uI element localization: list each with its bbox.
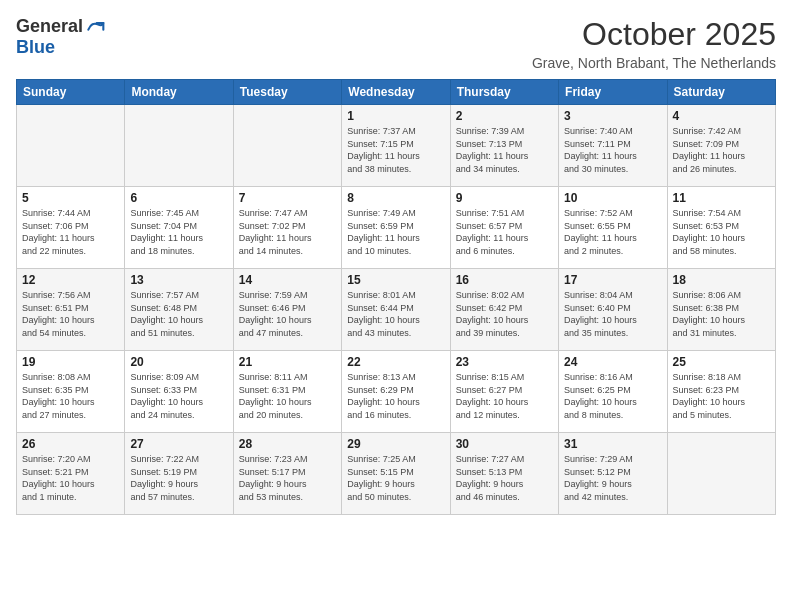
- calendar-week-row: 12Sunrise: 7:56 AM Sunset: 6:51 PM Dayli…: [17, 269, 776, 351]
- calendar-empty-cell: [233, 105, 341, 187]
- calendar-empty-cell: [17, 105, 125, 187]
- calendar-day-8: 8Sunrise: 7:49 AM Sunset: 6:59 PM Daylig…: [342, 187, 450, 269]
- day-number: 8: [347, 191, 444, 205]
- day-number: 20: [130, 355, 227, 369]
- day-info: Sunrise: 8:15 AM Sunset: 6:27 PM Dayligh…: [456, 371, 553, 421]
- day-info: Sunrise: 7:22 AM Sunset: 5:19 PM Dayligh…: [130, 453, 227, 503]
- calendar-header-row: SundayMondayTuesdayWednesdayThursdayFrid…: [17, 80, 776, 105]
- calendar-day-17: 17Sunrise: 8:04 AM Sunset: 6:40 PM Dayli…: [559, 269, 667, 351]
- day-number: 7: [239, 191, 336, 205]
- calendar-day-6: 6Sunrise: 7:45 AM Sunset: 7:04 PM Daylig…: [125, 187, 233, 269]
- day-info: Sunrise: 7:25 AM Sunset: 5:15 PM Dayligh…: [347, 453, 444, 503]
- day-info: Sunrise: 7:47 AM Sunset: 7:02 PM Dayligh…: [239, 207, 336, 257]
- calendar-day-10: 10Sunrise: 7:52 AM Sunset: 6:55 PM Dayli…: [559, 187, 667, 269]
- weekday-header-thursday: Thursday: [450, 80, 558, 105]
- calendar-day-13: 13Sunrise: 7:57 AM Sunset: 6:48 PM Dayli…: [125, 269, 233, 351]
- calendar-day-27: 27Sunrise: 7:22 AM Sunset: 5:19 PM Dayli…: [125, 433, 233, 515]
- logo: General Blue: [16, 16, 105, 58]
- day-info: Sunrise: 7:56 AM Sunset: 6:51 PM Dayligh…: [22, 289, 119, 339]
- calendar-day-7: 7Sunrise: 7:47 AM Sunset: 7:02 PM Daylig…: [233, 187, 341, 269]
- day-number: 28: [239, 437, 336, 451]
- calendar-day-21: 21Sunrise: 8:11 AM Sunset: 6:31 PM Dayli…: [233, 351, 341, 433]
- calendar-day-30: 30Sunrise: 7:27 AM Sunset: 5:13 PM Dayli…: [450, 433, 558, 515]
- calendar-day-16: 16Sunrise: 8:02 AM Sunset: 6:42 PM Dayli…: [450, 269, 558, 351]
- weekday-header-tuesday: Tuesday: [233, 80, 341, 105]
- day-number: 2: [456, 109, 553, 123]
- calendar-day-19: 19Sunrise: 8:08 AM Sunset: 6:35 PM Dayli…: [17, 351, 125, 433]
- day-number: 3: [564, 109, 661, 123]
- day-info: Sunrise: 7:29 AM Sunset: 5:12 PM Dayligh…: [564, 453, 661, 503]
- day-number: 10: [564, 191, 661, 205]
- day-number: 15: [347, 273, 444, 287]
- day-info: Sunrise: 7:45 AM Sunset: 7:04 PM Dayligh…: [130, 207, 227, 257]
- day-info: Sunrise: 8:18 AM Sunset: 6:23 PM Dayligh…: [673, 371, 770, 421]
- day-number: 19: [22, 355, 119, 369]
- calendar-day-2: 2Sunrise: 7:39 AM Sunset: 7:13 PM Daylig…: [450, 105, 558, 187]
- day-info: Sunrise: 7:42 AM Sunset: 7:09 PM Dayligh…: [673, 125, 770, 175]
- day-info: Sunrise: 7:54 AM Sunset: 6:53 PM Dayligh…: [673, 207, 770, 257]
- calendar-table: SundayMondayTuesdayWednesdayThursdayFrid…: [16, 79, 776, 515]
- day-number: 9: [456, 191, 553, 205]
- day-number: 27: [130, 437, 227, 451]
- day-info: Sunrise: 7:20 AM Sunset: 5:21 PM Dayligh…: [22, 453, 119, 503]
- calendar-empty-cell: [667, 433, 775, 515]
- day-info: Sunrise: 7:40 AM Sunset: 7:11 PM Dayligh…: [564, 125, 661, 175]
- weekday-header-saturday: Saturday: [667, 80, 775, 105]
- calendar-day-15: 15Sunrise: 8:01 AM Sunset: 6:44 PM Dayli…: [342, 269, 450, 351]
- location-title: Grave, North Brabant, The Netherlands: [532, 55, 776, 71]
- day-number: 24: [564, 355, 661, 369]
- day-info: Sunrise: 7:52 AM Sunset: 6:55 PM Dayligh…: [564, 207, 661, 257]
- day-number: 31: [564, 437, 661, 451]
- weekday-header-monday: Monday: [125, 80, 233, 105]
- calendar-day-28: 28Sunrise: 7:23 AM Sunset: 5:17 PM Dayli…: [233, 433, 341, 515]
- day-number: 11: [673, 191, 770, 205]
- day-number: 25: [673, 355, 770, 369]
- calendar-week-row: 5Sunrise: 7:44 AM Sunset: 7:06 PM Daylig…: [17, 187, 776, 269]
- day-info: Sunrise: 8:08 AM Sunset: 6:35 PM Dayligh…: [22, 371, 119, 421]
- day-number: 18: [673, 273, 770, 287]
- day-number: 26: [22, 437, 119, 451]
- day-number: 4: [673, 109, 770, 123]
- calendar-day-25: 25Sunrise: 8:18 AM Sunset: 6:23 PM Dayli…: [667, 351, 775, 433]
- calendar-week-row: 19Sunrise: 8:08 AM Sunset: 6:35 PM Dayli…: [17, 351, 776, 433]
- day-info: Sunrise: 7:23 AM Sunset: 5:17 PM Dayligh…: [239, 453, 336, 503]
- day-number: 16: [456, 273, 553, 287]
- day-info: Sunrise: 8:01 AM Sunset: 6:44 PM Dayligh…: [347, 289, 444, 339]
- day-number: 12: [22, 273, 119, 287]
- day-info: Sunrise: 7:37 AM Sunset: 7:15 PM Dayligh…: [347, 125, 444, 175]
- calendar-day-31: 31Sunrise: 7:29 AM Sunset: 5:12 PM Dayli…: [559, 433, 667, 515]
- day-number: 1: [347, 109, 444, 123]
- day-info: Sunrise: 8:02 AM Sunset: 6:42 PM Dayligh…: [456, 289, 553, 339]
- day-number: 17: [564, 273, 661, 287]
- weekday-header-sunday: Sunday: [17, 80, 125, 105]
- calendar-day-5: 5Sunrise: 7:44 AM Sunset: 7:06 PM Daylig…: [17, 187, 125, 269]
- day-info: Sunrise: 8:06 AM Sunset: 6:38 PM Dayligh…: [673, 289, 770, 339]
- day-number: 22: [347, 355, 444, 369]
- logo-icon: [85, 18, 105, 38]
- calendar-empty-cell: [125, 105, 233, 187]
- day-info: Sunrise: 8:09 AM Sunset: 6:33 PM Dayligh…: [130, 371, 227, 421]
- logo-blue: Blue: [16, 38, 105, 58]
- calendar-week-row: 26Sunrise: 7:20 AM Sunset: 5:21 PM Dayli…: [17, 433, 776, 515]
- day-number: 5: [22, 191, 119, 205]
- calendar-day-11: 11Sunrise: 7:54 AM Sunset: 6:53 PM Dayli…: [667, 187, 775, 269]
- day-info: Sunrise: 7:39 AM Sunset: 7:13 PM Dayligh…: [456, 125, 553, 175]
- title-block: October 2025 Grave, North Brabant, The N…: [532, 16, 776, 71]
- calendar-day-26: 26Sunrise: 7:20 AM Sunset: 5:21 PM Dayli…: [17, 433, 125, 515]
- calendar-day-14: 14Sunrise: 7:59 AM Sunset: 6:46 PM Dayli…: [233, 269, 341, 351]
- calendar-day-1: 1Sunrise: 7:37 AM Sunset: 7:15 PM Daylig…: [342, 105, 450, 187]
- calendar-day-3: 3Sunrise: 7:40 AM Sunset: 7:11 PM Daylig…: [559, 105, 667, 187]
- page-header: General Blue October 2025 Grave, North B…: [16, 16, 776, 71]
- calendar-day-12: 12Sunrise: 7:56 AM Sunset: 6:51 PM Dayli…: [17, 269, 125, 351]
- weekday-header-wednesday: Wednesday: [342, 80, 450, 105]
- day-info: Sunrise: 8:16 AM Sunset: 6:25 PM Dayligh…: [564, 371, 661, 421]
- calendar-day-18: 18Sunrise: 8:06 AM Sunset: 6:38 PM Dayli…: [667, 269, 775, 351]
- calendar-day-22: 22Sunrise: 8:13 AM Sunset: 6:29 PM Dayli…: [342, 351, 450, 433]
- day-info: Sunrise: 8:13 AM Sunset: 6:29 PM Dayligh…: [347, 371, 444, 421]
- calendar-day-9: 9Sunrise: 7:51 AM Sunset: 6:57 PM Daylig…: [450, 187, 558, 269]
- weekday-header-friday: Friday: [559, 80, 667, 105]
- calendar-day-20: 20Sunrise: 8:09 AM Sunset: 6:33 PM Dayli…: [125, 351, 233, 433]
- day-info: Sunrise: 7:57 AM Sunset: 6:48 PM Dayligh…: [130, 289, 227, 339]
- calendar-day-24: 24Sunrise: 8:16 AM Sunset: 6:25 PM Dayli…: [559, 351, 667, 433]
- day-info: Sunrise: 7:51 AM Sunset: 6:57 PM Dayligh…: [456, 207, 553, 257]
